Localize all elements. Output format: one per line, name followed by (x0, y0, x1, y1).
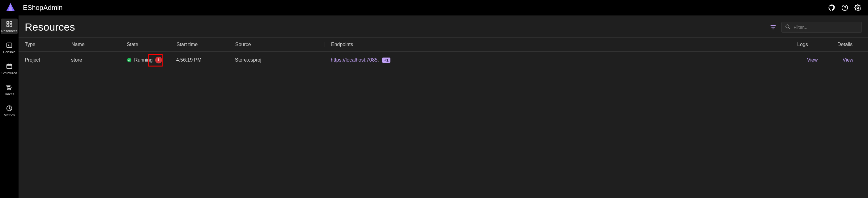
sidebar-item-traces[interactable]: Traces (1, 82, 18, 97)
endpoint-link[interactable]: https://localhost:7085 (331, 57, 377, 62)
sidebar-item-structured[interactable]: Structured (1, 61, 18, 76)
gear-icon[interactable] (854, 4, 862, 12)
svg-rect-11 (7, 89, 11, 90)
search-input[interactable] (794, 24, 859, 30)
endpoint-comma: , (377, 57, 379, 62)
grid-icon (6, 21, 13, 28)
column-details[interactable]: Details (831, 42, 862, 47)
main: Resources Type Name State Start time Sou… (19, 16, 868, 198)
cell-type: Project (25, 57, 65, 63)
cell-start-time: 4:56:19 PM (170, 57, 229, 63)
sidebar-item-console[interactable]: Console (1, 39, 18, 55)
column-name[interactable]: Name (65, 42, 121, 47)
sidebar-item-label: Resources (1, 29, 18, 33)
svg-rect-8 (7, 65, 12, 69)
topbar: EShopAdmin (0, 0, 868, 16)
cell-endpoints: https://localhost:7085, +1 (324, 57, 791, 63)
details-view-link[interactable]: View (843, 57, 853, 63)
table-header: Type Name State Start time Source Endpoi… (19, 37, 868, 52)
endpoint-more-badge[interactable]: +1 (382, 58, 391, 63)
metrics-icon (6, 105, 13, 112)
svg-rect-5 (7, 25, 9, 27)
help-icon[interactable] (841, 4, 849, 12)
console-icon (6, 41, 13, 49)
svg-point-2 (857, 7, 859, 9)
sidebar-item-label: Traces (4, 92, 14, 96)
column-endpoints[interactable]: Endpoints (324, 42, 791, 47)
search-box[interactable] (781, 22, 862, 33)
page-title: Resources (25, 21, 75, 33)
state-text: Running (134, 57, 153, 63)
column-type[interactable]: Type (25, 42, 65, 47)
svg-rect-9 (7, 85, 10, 87)
app-title: EShopAdmin (23, 4, 62, 12)
svg-rect-4 (10, 22, 12, 24)
sidebar-item-metrics[interactable]: Metrics (1, 103, 18, 118)
svg-rect-6 (10, 25, 12, 27)
error-count-badge[interactable]: 1 (155, 57, 162, 63)
column-state[interactable]: State (121, 42, 170, 47)
svg-point-13 (786, 25, 789, 28)
sidebar-item-label: Console (3, 50, 16, 54)
cell-source: Store.csproj (229, 57, 324, 63)
filter-icon[interactable] (770, 24, 776, 31)
svg-rect-7 (7, 43, 12, 48)
logs-view-link[interactable]: View (807, 57, 817, 63)
app-logo (4, 2, 17, 14)
cell-name: store (65, 57, 121, 63)
svg-rect-10 (8, 87, 11, 88)
structured-icon (6, 62, 13, 70)
cell-details: View (831, 57, 862, 63)
table-row: Project store Running 1 4:56:19 PM Store… (19, 52, 868, 68)
column-logs[interactable]: Logs (791, 42, 831, 47)
traces-icon (6, 84, 13, 91)
search-icon (785, 24, 790, 31)
column-start[interactable]: Start time (170, 42, 229, 47)
github-icon[interactable] (828, 4, 836, 12)
success-icon (127, 58, 132, 62)
svg-rect-3 (7, 22, 9, 24)
sidebar-item-resources[interactable]: Resources (1, 19, 18, 34)
cell-logs: View (791, 57, 831, 63)
sidebar-item-label: Metrics (4, 113, 14, 117)
svg-point-1 (844, 9, 845, 9)
sidebar-item-label: Structured (2, 71, 17, 75)
column-source[interactable]: Source (229, 42, 324, 47)
sidebar: Resources Console Structured Traces (0, 16, 19, 198)
cell-state: Running 1 (121, 57, 170, 63)
